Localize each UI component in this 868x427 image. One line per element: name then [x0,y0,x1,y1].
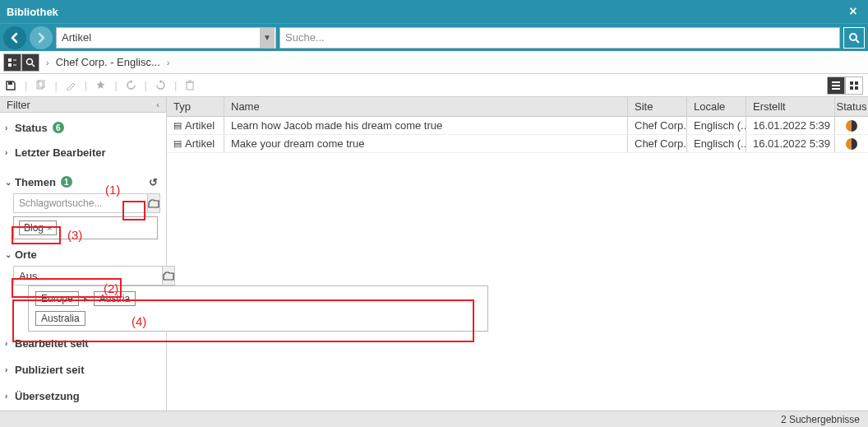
filter-section-status[interactable]: › Status 6 [0,118,166,137]
svg-rect-18 [855,81,858,85]
grid-list-toggle[interactable] [827,77,863,95]
places-browse-button[interactable] [162,266,175,285]
delete-icon [185,80,195,91]
svg-rect-2 [8,58,12,62]
suggest-row-austria[interactable]: Europe ▸ Austria [35,291,481,306]
tree-view-icon[interactable] [3,53,21,72]
filter-places-label: Orte [15,248,37,261]
filter-section-places[interactable]: ⌄ Orte [0,244,166,264]
td-locale: Englisch (... [687,135,746,152]
filter-header: Filter ‹ [0,97,166,113]
breadcrumb-separator: › [46,58,49,67]
content-pane: Typ Name Site Locale Erstellt Status ▤Ar… [167,97,868,411]
filter-last-editor-label: Letzter Bearbeiter [15,146,106,159]
chevron-right-icon: › [5,365,7,374]
filter-translation-label: Übersetzung [15,390,80,402]
revert-icon [155,80,166,91]
search-view-icon[interactable] [21,53,39,72]
svg-rect-3 [8,63,12,67]
list-view-icon[interactable] [827,77,845,95]
breadcrumb-bar: › Chef Corp. - Englisc... › [0,51,868,74]
status-bar: 2 Suchergebnisse [0,411,868,427]
svg-line-7 [32,64,35,67]
svg-rect-9 [37,81,43,89]
chevron-right-icon: › [5,123,7,132]
collapse-sidebar-icon[interactable]: ‹ [156,100,159,109]
td-created: 16.01.2022 5:39 [746,135,835,152]
suggest-row-australia[interactable]: Australia [35,311,481,326]
chevron-down-icon: ▼ [260,28,275,48]
td-status [835,117,868,134]
nav-bar: Artikel ▼ Suche... [0,23,868,51]
grid-view-icon[interactable] [845,77,863,95]
suggest-chip-austria[interactable]: Austria [94,291,136,306]
themes-browse-button[interactable] [147,193,160,213]
bookmark-icon [95,80,106,91]
filter-section-last-editor[interactable]: › Letzter Bearbeiter [0,142,166,162]
td-site: Chef Corp. [628,117,687,134]
svg-point-0 [850,34,856,40]
td-typ: ▤Artikel [167,135,224,152]
svg-rect-8 [8,81,12,85]
th-site[interactable]: Site [628,97,687,116]
status-indicator-icon [846,138,857,150]
chevron-down-icon: ⌄ [5,178,12,187]
type-select[interactable]: Artikel ▼ [56,27,276,49]
td-status [835,135,868,152]
filter-section-published-since[interactable]: › Publiziert seit [0,360,166,379]
search-placeholder: Suche... [285,31,325,44]
filter-section-edited-since[interactable]: › Bearbeitet seit [0,333,166,353]
status-indicator-icon [846,120,857,132]
table-row[interactable]: ▤Artikel Make your dream come true Chef … [167,135,868,153]
filter-section-themes[interactable]: ⌄ Themen 1 ↺ [0,172,166,192]
td-typ: ▤Artikel [167,117,224,134]
themes-search-input[interactable] [13,193,147,213]
themes-chip-container: Blog × [13,216,158,239]
td-site: Chef Corp. [628,135,687,152]
filter-published-since-label: Publiziert seit [15,364,85,376]
svg-rect-19 [850,86,853,90]
td-name: Learn how Jacob made his dream come true [224,117,628,134]
theme-chip-blog[interactable]: Blog × [19,220,57,235]
suggest-chip-australia[interactable]: Australia [35,311,85,326]
chevron-right-icon: › [5,339,7,348]
nav-back-button[interactable] [3,26,26,49]
th-created[interactable]: Erstellt [746,97,835,116]
chevron-right-icon: › [5,392,7,401]
td-locale: Englisch (... [687,117,746,134]
chevron-down-icon: ⌄ [5,250,12,259]
svg-rect-17 [850,81,853,85]
table-row[interactable]: ▤Artikel Learn how Jacob made his dream … [167,117,868,135]
filter-status-label: Status [15,122,48,134]
th-typ[interactable]: Typ [167,97,224,116]
view-mode-toggle[interactable] [3,53,39,72]
reset-icon[interactable]: ↺ [149,176,158,188]
theme-chip-label: Blog [24,222,44,234]
nav-forward-button[interactable] [30,26,53,49]
filter-themes-label: Themen [15,176,56,188]
filter-section-translation[interactable]: › Übersetzung [0,386,166,406]
places-search-input[interactable] [13,266,162,285]
th-locale[interactable]: Locale [687,97,746,116]
chevron-right-icon: › [5,148,7,157]
window-title: Bibliothek [7,6,845,18]
svg-line-1 [856,39,859,43]
themes-count-badge: 1 [61,176,72,188]
global-search-input[interactable]: Suche... [279,27,840,49]
remove-chip-icon[interactable]: × [47,223,52,233]
td-created: 16.01.2022 5:39 [746,117,835,134]
save-icon[interactable] [5,80,16,91]
th-status[interactable]: Status [835,97,868,116]
close-icon[interactable]: × [845,4,861,19]
copy-icon [35,80,46,91]
places-search-row: Europe ▸ Austria Australia [13,266,158,285]
breadcrumb-segment[interactable]: Chef Corp. - Englisc... [56,56,160,68]
td-name: Make your dream come true [224,135,628,152]
edit-icon [66,80,76,91]
main-area: Filter ‹ › Status 6 › Letzter Bearbeiter… [0,97,868,411]
th-name[interactable]: Name [224,97,628,116]
filter-sidebar: Filter ‹ › Status 6 › Letzter Bearbeiter… [0,97,167,411]
search-button[interactable] [843,27,865,49]
filter-header-label: Filter [7,99,30,111]
suggest-chip-europe[interactable]: Europe [35,291,79,306]
